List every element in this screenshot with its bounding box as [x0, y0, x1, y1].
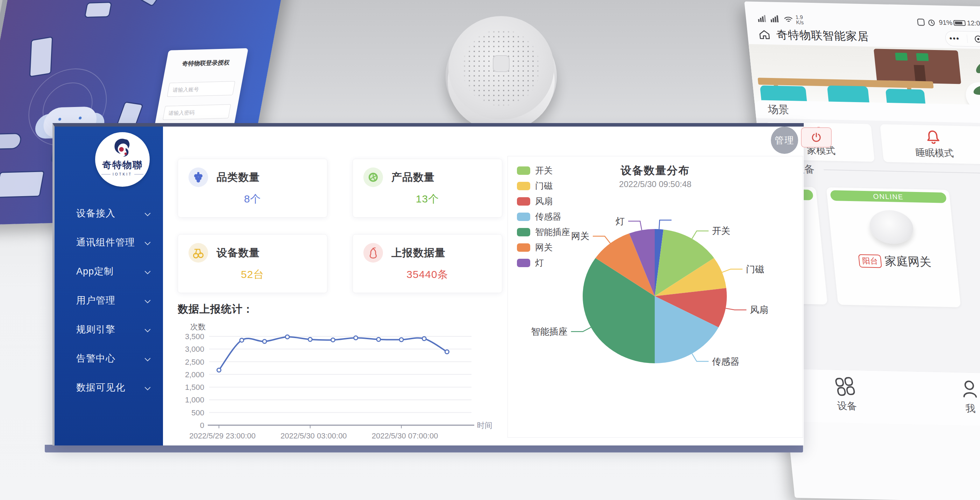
chevron-down-icon[interactable]: [145, 327, 151, 333]
menu-label: App定制: [76, 265, 114, 278]
stat-card-devices: 设备数量 52台: [178, 234, 328, 293]
phone-tab-bar: 设备 我: [782, 368, 980, 427]
power-button[interactable]: [801, 127, 832, 148]
sidebar-item-user-mgmt[interactable]: 用户管理: [54, 286, 163, 315]
rabbit-logo-icon: [110, 137, 135, 161]
brand-subname: IOTKIT: [102, 172, 143, 176]
sidebar-item-device-access[interactable]: 设备接入: [54, 198, 163, 228]
chevron-down-icon[interactable]: [145, 298, 151, 303]
pie-callout: [628, 221, 642, 230]
composite-scene: 奇特物联登录授权 登录 1.9K/s: [0, 0, 980, 500]
data-point[interactable]: [399, 338, 403, 341]
sidebar-item-alert-center[interactable]: 告警中心: [54, 344, 163, 373]
grid-icon: [834, 376, 857, 397]
line-chart: 05001,0001,5002,0002,5003,0003,500次数2022…: [170, 316, 492, 446]
mode-card-label: 睡眠模式: [915, 146, 954, 159]
legend-item[interactable]: 网关: [517, 241, 570, 253]
sidebar-item-app-custom[interactable]: App定制: [54, 257, 163, 286]
chevron-down-icon[interactable]: [145, 356, 151, 362]
legend-label: 门磁: [535, 180, 553, 192]
miniapp-menu-pill[interactable]: •••: [945, 31, 980, 47]
pie-callout: [692, 354, 709, 361]
tab-label: 设备: [837, 399, 858, 413]
legend-item[interactable]: 风扇: [517, 195, 570, 207]
data-point[interactable]: [422, 337, 426, 341]
y-tick-label: 0: [200, 421, 204, 430]
cherries-icon: [189, 243, 208, 263]
tab-devices[interactable]: 设备: [816, 376, 876, 413]
pie-label: 传感器: [712, 356, 739, 367]
legend-item[interactable]: 智能插座: [517, 226, 570, 238]
sidebar-item-comm-components[interactable]: 通讯组件管理: [54, 228, 163, 257]
home-icon[interactable]: [757, 29, 772, 41]
password-input[interactable]: [162, 104, 231, 120]
stat-card-categories: 品类数量 8个: [178, 159, 328, 217]
legend-item[interactable]: 传感器: [517, 211, 570, 222]
speaker-top-face: [449, 16, 554, 119]
data-point[interactable]: [445, 350, 449, 354]
login-title: 奇特物联登录授权: [172, 59, 240, 68]
chevron-down-icon[interactable]: [145, 240, 151, 246]
menu-label: 通讯组件管理: [76, 236, 135, 249]
legend-swatch: [517, 259, 530, 267]
legend-swatch: [517, 182, 530, 190]
data-point[interactable]: [331, 338, 335, 342]
stat-title: 品类数量: [216, 170, 260, 185]
stat-value: 52台: [189, 267, 317, 282]
data-point[interactable]: [308, 337, 312, 341]
pie-callout: [692, 231, 709, 238]
more-dots-icon[interactable]: •••: [949, 34, 960, 43]
close-capsule-icon[interactable]: [974, 36, 980, 43]
brand-logo: 奇特物聯 IOTKIT: [95, 132, 150, 187]
legend-swatch: [517, 197, 530, 206]
room-photo: [748, 44, 980, 108]
tab-me[interactable]: 我: [939, 378, 980, 416]
menu-label: 用户管理: [76, 294, 115, 306]
y-tick-label: 1,500: [185, 383, 204, 392]
scene-label: 场景: [767, 102, 789, 117]
legend-item[interactable]: 开关: [517, 165, 570, 176]
data-point[interactable]: [262, 340, 267, 343]
pie-label: 智能插座: [531, 326, 568, 337]
pie-callout: [593, 236, 610, 243]
smart-speaker-device: [444, 13, 559, 122]
y-tick-label: 1,000: [185, 395, 204, 404]
legend-swatch: [517, 167, 530, 175]
x-tick-label: 2022/5/29 23:00:00: [189, 432, 256, 440]
sidebar-item-data-visibility[interactable]: 数据可见化: [54, 373, 163, 402]
manage-badge-button[interactable]: 管理: [771, 127, 798, 154]
monitor-illustration: [0, 171, 45, 198]
dashboard-window: 奇特物聯 IOTKIT 设备接入 通讯组件管理 App定制 用户管理 规则引擎 …: [52, 123, 804, 446]
legend-item[interactable]: 灯: [517, 257, 570, 268]
data-point[interactable]: [217, 368, 221, 372]
sidebar-item-rule-engine[interactable]: 规则引擎: [54, 315, 163, 344]
battery-icon: [953, 20, 966, 26]
lime-icon: [363, 167, 383, 187]
pie-label: 开关: [712, 225, 730, 236]
brand-name: 奇特物聯: [102, 159, 143, 171]
room-tag: 阳台: [858, 254, 882, 268]
legend-label: 智能插座: [535, 226, 570, 238]
divider: [824, 170, 980, 174]
signal-bars-icon: [757, 15, 769, 23]
grapes-icon: [189, 167, 208, 187]
chevron-down-icon[interactable]: [145, 385, 151, 390]
pie-panel: 设备数量分布 2022/5/30 09:50:48 开关门磁风扇传感器智能插座网…: [508, 156, 803, 438]
mode-card-sleep[interactable]: 睡眠模式: [880, 124, 980, 164]
data-point[interactable]: [285, 335, 289, 339]
data-point[interactable]: [377, 337, 380, 341]
gateway-device-image: [868, 210, 915, 244]
legend-swatch: [517, 243, 530, 252]
legend-item[interactable]: 门磁: [517, 180, 570, 192]
device-card-gateway[interactable]: ONLINE 阳台 家庭网关: [826, 187, 961, 307]
data-point[interactable]: [354, 336, 358, 340]
menu-label: 告警中心: [76, 352, 115, 365]
chevron-down-icon[interactable]: [145, 211, 151, 216]
pie-callout: [571, 327, 591, 332]
pie-legend: 开关门磁风扇传感器智能插座网关灯: [517, 165, 570, 272]
satellite-illustration: [139, 0, 159, 7]
account-input[interactable]: [167, 81, 235, 97]
x-axis-title: 时间: [477, 421, 492, 430]
chevron-down-icon[interactable]: [145, 268, 151, 275]
data-point[interactable]: [240, 338, 244, 342]
